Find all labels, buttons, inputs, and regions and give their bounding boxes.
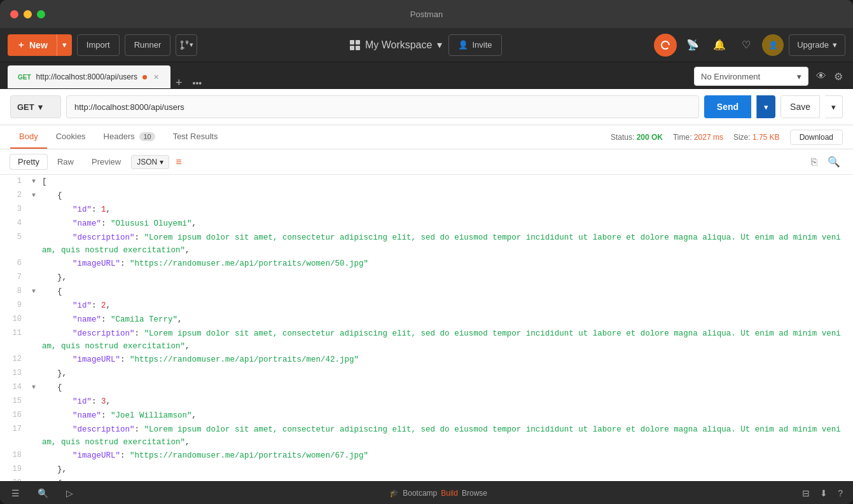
- line-content: },: [42, 271, 853, 284]
- invite-button[interactable]: 👤 Invite: [448, 34, 501, 56]
- title-bar: Postman: [0, 0, 853, 28]
- send-dropdown-button[interactable]: ▾: [756, 95, 775, 118]
- json-line-20: 20 ▼ {: [0, 477, 853, 481]
- headers-count-badge: 10: [139, 132, 155, 141]
- bootcamp-button[interactable]: 🎓 Bootcamp: [389, 489, 437, 498]
- bottom-center: 🎓 Bootcamp Build Browse: [87, 489, 789, 498]
- bootcamp-icon: 🎓: [389, 489, 399, 498]
- method-dropdown-icon: ▾: [38, 102, 43, 112]
- download-button[interactable]: Download: [790, 130, 843, 145]
- new-label: New: [29, 40, 48, 50]
- upgrade-button[interactable]: Upgrade ▾: [789, 34, 845, 56]
- heart-button[interactable]: ♡: [735, 34, 757, 56]
- line-content: "id": 2,: [42, 299, 853, 312]
- env-label: No Environment: [701, 72, 760, 81]
- line-toggle[interactable]: ▼: [32, 381, 42, 393]
- format-selector[interactable]: JSON ▾: [131, 155, 169, 169]
- line-toggle[interactable]: ▼: [32, 175, 42, 187]
- json-line-2: 2 ▼ {: [0, 189, 853, 203]
- save-dropdown-button[interactable]: ▾: [825, 95, 843, 118]
- line-content: {: [42, 189, 853, 202]
- send-button[interactable]: Send: [704, 95, 751, 118]
- wrap-button[interactable]: ≡: [172, 154, 185, 170]
- console-button[interactable]: ▷: [62, 486, 77, 501]
- line-content: },: [42, 367, 853, 380]
- build-button[interactable]: Build: [441, 489, 458, 498]
- json-line-11: 11 "description": "Lorem ipsum dolor sit…: [0, 327, 853, 353]
- settings-button[interactable]: ⚙: [831, 68, 845, 85]
- help-button[interactable]: ?: [835, 486, 845, 501]
- json-line-10: 10 "name": "Camila Terry",: [0, 313, 853, 327]
- line-number: 10: [0, 313, 32, 325]
- new-dropdown-arrow[interactable]: ▾: [57, 34, 72, 56]
- line-content: "imageURL": "https://randomuser.me/api/p…: [42, 257, 853, 270]
- raw-view-button[interactable]: Raw: [50, 154, 81, 169]
- toolbar-center: My Workspace ▾ 👤 Invite: [202, 34, 649, 56]
- antenna-button[interactable]: 📡: [682, 34, 704, 56]
- svg-point-0: [181, 41, 183, 43]
- tab-url-label: http://localhost:8000/api/users: [36, 72, 137, 81]
- new-button[interactable]: ＋ New ▾: [8, 34, 72, 56]
- new-tab-button[interactable]: +: [170, 77, 188, 88]
- runner-button[interactable]: Runner: [125, 34, 171, 56]
- maximize-dot[interactable]: [37, 10, 45, 18]
- line-number: 17: [0, 423, 32, 435]
- eye-button[interactable]: 👁: [814, 68, 829, 85]
- json-line-16: 16 "name": "Joel Williamson",: [0, 409, 853, 423]
- tab-headers[interactable]: Headers 10: [95, 125, 164, 149]
- url-input[interactable]: [66, 95, 699, 118]
- bottom-right: ⊟ ⬇ ?: [800, 486, 845, 501]
- app-window: Postman ＋ New ▾ Import Runner ▾: [0, 0, 853, 504]
- json-line-19: 19 },: [0, 463, 853, 477]
- tab-test-results[interactable]: Test Results: [164, 125, 227, 149]
- pretty-view-button[interactable]: Pretty: [10, 154, 47, 169]
- tab-close-button[interactable]: ✕: [152, 72, 160, 83]
- line-content: "id": 1,: [42, 203, 853, 216]
- line-content: "imageURL": "https://randomuser.me/api/p…: [42, 449, 853, 462]
- line-toggle[interactable]: ▼: [32, 477, 42, 481]
- minimize-dot[interactable]: [24, 10, 32, 18]
- line-number: 9: [0, 299, 32, 311]
- line-content: "id": 3,: [42, 395, 853, 408]
- two-pane-button[interactable]: ⊟: [800, 486, 812, 501]
- sidebar-toggle-button[interactable]: ☰: [8, 486, 24, 501]
- method-selector[interactable]: GET ▾: [10, 95, 61, 118]
- line-content: "name": "Joel Williamson",: [42, 409, 853, 422]
- fork-button[interactable]: ▾: [176, 34, 197, 56]
- bootcamp-label: Bootcamp: [403, 489, 437, 498]
- line-number: 14: [0, 381, 32, 393]
- close-dot[interactable]: [10, 10, 18, 18]
- download-bottom-button[interactable]: ⬇: [817, 486, 830, 501]
- line-number: 7: [0, 271, 32, 283]
- import-button[interactable]: Import: [77, 34, 120, 56]
- sync-button[interactable]: [654, 34, 677, 57]
- browse-button[interactable]: Browse: [462, 489, 487, 498]
- search-bottom-button[interactable]: 🔍: [34, 486, 52, 501]
- window-controls: [10, 10, 45, 18]
- line-toggle[interactable]: ▼: [32, 189, 42, 201]
- tab-cookies[interactable]: Cookies: [47, 125, 95, 149]
- json-line-5: 5 "description": "Lorem ipsum dolor sit …: [0, 231, 853, 257]
- json-viewer[interactable]: 1 ▼ [ 2 ▼ { 3 "id": 1, 4 "name": "Olusus…: [0, 175, 853, 481]
- json-line-17: 17 "description": "Lorem ipsum dolor sit…: [0, 423, 853, 449]
- save-button[interactable]: Save: [780, 95, 820, 118]
- notification-button[interactable]: 🔔: [709, 34, 730, 56]
- format-dropdown-icon: ▾: [160, 158, 163, 167]
- request-tab[interactable]: GET http://localhost:8000/api/users ✕: [8, 65, 170, 88]
- plus-icon: ＋: [17, 39, 25, 51]
- line-content: },: [42, 463, 853, 476]
- json-line-1: 1 ▼ [: [0, 175, 853, 189]
- tab-body[interactable]: Body: [10, 125, 47, 149]
- preview-view-button[interactable]: Preview: [84, 154, 128, 169]
- size-label: Size: 1.75 KB: [733, 133, 780, 142]
- copy-button[interactable]: ⎘: [808, 153, 820, 170]
- line-toggle[interactable]: ▼: [32, 285, 42, 297]
- line-number: 6: [0, 257, 32, 269]
- more-tabs-button[interactable]: •••: [188, 78, 207, 88]
- workspace-button[interactable]: My Workspace ▾: [350, 39, 443, 51]
- search-button[interactable]: 🔍: [825, 153, 843, 170]
- avatar[interactable]: 👤: [762, 34, 784, 56]
- environment-selector[interactable]: No Environment ▾: [694, 67, 808, 86]
- json-line-3: 3 "id": 1,: [0, 203, 853, 217]
- tabs-right: No Environment ▾ 👁 ⚙: [207, 67, 845, 88]
